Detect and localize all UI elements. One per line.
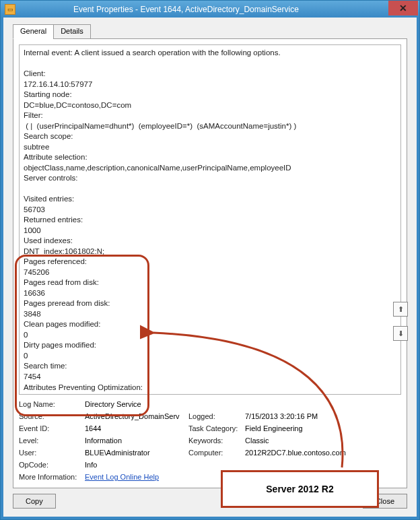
pagesref-value: 745206 — [24, 267, 396, 278]
level-label: Level: — [19, 436, 82, 445]
prev-event-button[interactable]: ⬆ — [393, 302, 408, 317]
moreinfo-label: More Information: — [19, 473, 82, 481]
scope-label: Search scope: — [24, 131, 396, 142]
opcode-value: Info — [85, 461, 401, 469]
usedidx-label: Used indexes: — [24, 236, 396, 247]
serverctl-label: Server controls: — [24, 173, 396, 184]
dirtymod-label: Dirty pages modified: — [24, 340, 396, 351]
window-title: Event Properties - Event 1644, ActiveDir… — [20, 5, 419, 14]
pagesdisk-label: Pages read from disk: — [24, 278, 396, 288]
user-label: User: — [19, 449, 82, 457]
arrow-up-icon: ⬆ — [398, 305, 404, 314]
logged-label: Logged: — [188, 412, 242, 420]
moreinfo-link[interactable]: Event Log Online Help — [85, 473, 159, 481]
attrprev-value: employeeID — [24, 393, 396, 395]
filter-label: Filter: — [24, 110, 396, 121]
keywords-value: Classic — [245, 436, 401, 445]
pagesref-label: Pages referenced: — [24, 257, 396, 267]
visited-label: Visited entries: — [24, 194, 396, 205]
cleanmod-value: 0 — [24, 330, 396, 341]
desc-intro: Internal event: A client issued a search… — [24, 48, 396, 59]
next-event-button[interactable]: ⬇ — [393, 326, 408, 341]
returned-label: Returned entries: — [24, 215, 396, 226]
attrsel-label: Attribute selection: — [24, 152, 396, 163]
client-area: General Details Internal event: A client… — [1, 18, 419, 519]
logname-label: Log Name: — [19, 400, 82, 408]
cleanmod-label: Clean pages modified: — [24, 319, 396, 330]
footer-buttons: Copy Close — [13, 494, 407, 509]
computer-label: Computer: — [188, 449, 242, 457]
attrprev-label: Attributes Preventing Optimization: — [24, 383, 396, 393]
pagespre-label: Pages preread from disk: — [24, 298, 396, 309]
user-value: BLUE\Administrator — [85, 449, 186, 457]
starting-node-label: Starting node: — [24, 90, 396, 100]
titlebar[interactable]: ▭ Event Properties - Event 1644, ActiveD… — [1, 1, 419, 18]
dirtymod-value: 0 — [24, 351, 396, 362]
filter-value: ( | (userPrincipalName=dhunt*) (employee… — [24, 121, 396, 132]
event-properties-window: ▭ Event Properties - Event 1644, ActiveD… — [0, 0, 420, 520]
source-value: ActiveDirectory_DomainServ — [85, 412, 186, 420]
computer-value: 2012R2DC7.blue.contoso.com — [245, 449, 401, 457]
tab-details[interactable]: Details — [53, 24, 91, 39]
description-box[interactable]: Internal event: A client issued a search… — [19, 44, 401, 395]
opcode-label: OpCode: — [19, 461, 82, 469]
logged-value: 7/15/2013 3:20:16 PM — [245, 412, 401, 420]
scope-value: subtree — [24, 142, 396, 153]
pagespre-value: 3848 — [24, 309, 396, 320]
visited-value: 56703 — [24, 205, 396, 216]
app-icon: ▭ — [5, 4, 15, 15]
eventid-value: 1644 — [85, 424, 186, 432]
usedidx-value: DNT_index:1061802:N; — [24, 247, 396, 257]
close-button[interactable]: Close — [363, 494, 407, 509]
tab-panel: Internal event: A client issued a search… — [13, 38, 407, 488]
tab-general[interactable]: General — [13, 24, 54, 39]
taskcat-label: Task Category: — [188, 424, 242, 432]
searchtime-label: Search time: — [24, 361, 396, 372]
level-value: Information — [85, 436, 186, 445]
client-value: 172.16.14.10:57977 — [24, 79, 396, 90]
meta-grid: Log Name: Directory Service Source: Acti… — [19, 400, 401, 481]
starting-node-value: DC=blue,DC=contoso,DC=com — [24, 100, 396, 111]
taskcat-value: Field Engineering — [245, 424, 401, 432]
searchtime-value: 7454 — [24, 372, 396, 383]
copy-button[interactable]: Copy — [13, 494, 56, 509]
nav-arrows: ⬆ ⬇ — [393, 302, 408, 341]
source-label: Source: — [19, 412, 82, 420]
pagesdisk-value: 16636 — [24, 288, 396, 299]
arrow-down-icon: ⬇ — [398, 329, 404, 338]
logname-value: Directory Service — [85, 400, 401, 408]
tabstrip: General Details — [13, 24, 407, 39]
keywords-label: Keywords: — [188, 436, 242, 445]
attrsel-value: objectClass,name,description,canonicalNa… — [24, 163, 396, 174]
client-label: Client: — [24, 69, 396, 79]
close-icon[interactable]: ✕ — [388, 1, 418, 15]
returned-value: 1000 — [24, 226, 396, 236]
eventid-label: Event ID: — [19, 424, 82, 432]
